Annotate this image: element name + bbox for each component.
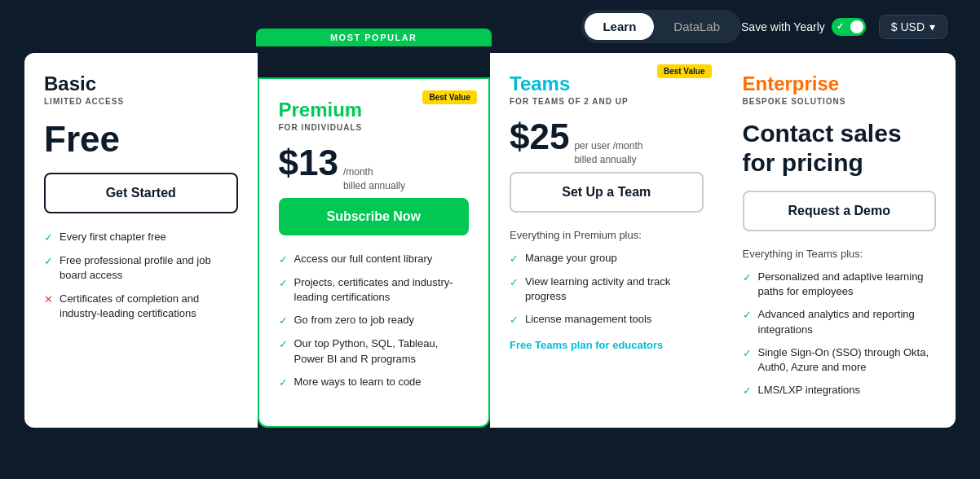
list-item: ✓ Advanced analytics and reporting integ… <box>743 307 937 336</box>
check-icon: ✓ <box>510 275 519 290</box>
check-icon: ✓ <box>743 308 752 323</box>
list-item: ✓ Manage your group <box>510 251 704 266</box>
check-icon: ✓ <box>743 270 752 285</box>
check-icon: ✓ <box>279 276 288 291</box>
plan-name-basic: Basic <box>44 73 238 95</box>
list-item: ✕ Certificates of completion and industr… <box>44 292 238 321</box>
set-up-team-button[interactable]: Set Up a Team <box>510 172 704 213</box>
currency-value: $ USD <box>891 20 925 33</box>
tab-datalab[interactable]: DataLab <box>656 13 738 40</box>
list-item: ✓ License management tools <box>510 312 704 327</box>
best-value-badge-teams: Best Value <box>657 64 712 78</box>
feature-text: Access our full content library <box>294 252 433 266</box>
list-item: ✓ Every first chapter free <box>44 230 238 245</box>
plan-subtitle-premium: FOR INDIVIDUALS <box>279 123 470 132</box>
get-started-button[interactable]: Get Started <box>44 173 238 213</box>
save-yearly-label: Save with Yearly <box>741 20 825 33</box>
check-icon: ✓ <box>743 346 752 361</box>
list-item: ✓ Projects, certificates and industry-le… <box>279 275 470 305</box>
teams-features: ✓ Manage your group ✓ View learning acti… <box>510 251 704 328</box>
currency-selector[interactable]: $ USD ▾ <box>879 15 947 39</box>
request-demo-button[interactable]: Request a Demo <box>743 191 937 231</box>
check-icon: ✓ <box>510 313 519 327</box>
enterprise-intro: Everything in Teams plus: <box>743 248 937 260</box>
feature-text: Manage your group <box>525 251 617 266</box>
feature-text: More ways to learn to code <box>294 375 422 389</box>
feature-text: Certificates of completion and industry-… <box>60 292 238 321</box>
price-big-teams: $25 <box>510 119 569 155</box>
premium-features: ✓ Access our full content library ✓ Proj… <box>279 252 470 390</box>
check-icon: ✓ <box>510 252 519 266</box>
plan-card-teams: Best Value Teams FOR TEAMS OF 2 AND UP $… <box>490 53 723 428</box>
feature-text: Our top Python, SQL, Tableau, Power BI a… <box>294 336 470 366</box>
free-teams-link[interactable]: Free Teams plan for educators <box>510 339 704 351</box>
check-icon: ✓ <box>279 253 288 267</box>
feature-text: Go from zero to job ready <box>294 313 414 327</box>
check-icon: ✓ <box>279 376 288 390</box>
list-item: ✓ Go from zero to job ready <box>279 313 470 328</box>
plan-subtitle-teams: FOR TEAMS OF 2 AND UP <box>510 97 704 106</box>
pricing-grid: Basic LIMITED ACCESS Free Get Started ✓ … <box>24 53 956 428</box>
price-detail-teams: per user /month billed annually <box>574 139 642 167</box>
feature-text: Every first chapter free <box>60 230 166 244</box>
plan-card-premium: Best Value Premium FOR INDIVIDUALS $13 /… <box>258 77 491 428</box>
feature-text: Personalized and adaptive learning paths… <box>758 270 937 299</box>
check-icon: ✓ <box>279 314 288 328</box>
list-item: ✓ Single Sign-On (SSO) through Okta, Aut… <box>743 345 937 375</box>
tab-learn[interactable]: Learn <box>585 13 654 40</box>
feature-text: Advanced analytics and reporting integra… <box>758 307 937 336</box>
basic-features: ✓ Every first chapter free ✓ Free profes… <box>44 230 238 321</box>
list-item: ✓ Access our full content library <box>279 252 470 267</box>
price-big-premium: $13 <box>279 145 338 181</box>
price-detail-premium: /month billed annually <box>343 165 405 193</box>
best-value-badge-premium: Best Value <box>422 90 477 104</box>
pricing-section: Basic LIMITED ACCESS Free Get Started ✓ … <box>0 53 980 444</box>
plan-subtitle-basic: LIMITED ACCESS <box>44 97 238 106</box>
nav-tabs: Learn DataLab <box>581 10 741 43</box>
price-row-premium: $13 /month billed annually <box>279 145 470 193</box>
feature-text: Projects, certificates and industry-lead… <box>294 275 470 305</box>
feature-text: License management tools <box>525 312 651 327</box>
check-icon: ✓ <box>44 231 53 245</box>
list-item: ✓ Personalized and adaptive learning pat… <box>743 270 937 299</box>
plan-card-enterprise: Enterprise BESPOKE SOLUTIONS Contact sal… <box>723 53 956 428</box>
toggle-check-icon: ✓ <box>837 21 844 32</box>
list-item: ✓ LMS/LXP integrations <box>743 383 937 398</box>
feature-text: View learning activity and track progres… <box>525 275 704 304</box>
list-item: ✓ View learning activity and track progr… <box>510 275 704 304</box>
feature-text: LMS/LXP integrations <box>758 383 861 398</box>
save-yearly: Save with Yearly ✓ <box>741 18 866 36</box>
list-item: ✓ Free professional profile and job boar… <box>44 253 238 283</box>
plan-subtitle-enterprise: BESPOKE SOLUTIONS <box>743 97 937 106</box>
subscribe-now-button[interactable]: Subscribe Now <box>279 198 470 235</box>
most-popular-bar: MOST POPULAR <box>256 29 492 46</box>
yearly-toggle[interactable]: ✓ <box>832 18 866 36</box>
price-row-teams: $25 per user /month billed annually <box>510 119 704 167</box>
nav-right: Save with Yearly ✓ $ USD ▾ <box>741 15 947 39</box>
enterprise-features: ✓ Personalized and adaptive learning pat… <box>743 270 937 398</box>
feature-text: Single Sign-On (SSO) through Okta, Auth0… <box>758 345 937 375</box>
plan-card-basic: Basic LIMITED ACCESS Free Get Started ✓ … <box>24 53 258 428</box>
chevron-down-icon: ▾ <box>929 20 935 33</box>
check-icon: ✓ <box>44 254 53 269</box>
feature-text: Free professional profile and job board … <box>60 253 238 283</box>
plan-name-enterprise: Enterprise <box>743 73 937 95</box>
contact-sales-price: Contact sales for pricing <box>743 119 937 178</box>
check-icon: ✓ <box>743 384 752 398</box>
price-free: Free <box>44 119 238 160</box>
premium-wrapper: MOST POPULAR Best Value Premium FOR INDI… <box>258 53 491 428</box>
list-item: ✓ More ways to learn to code <box>279 375 470 390</box>
teams-intro: Everything in Premium plus: <box>510 229 704 241</box>
check-icon: ✓ <box>279 337 288 352</box>
list-item: ✓ Our top Python, SQL, Tableau, Power BI… <box>279 336 470 366</box>
cross-icon: ✕ <box>44 292 53 307</box>
